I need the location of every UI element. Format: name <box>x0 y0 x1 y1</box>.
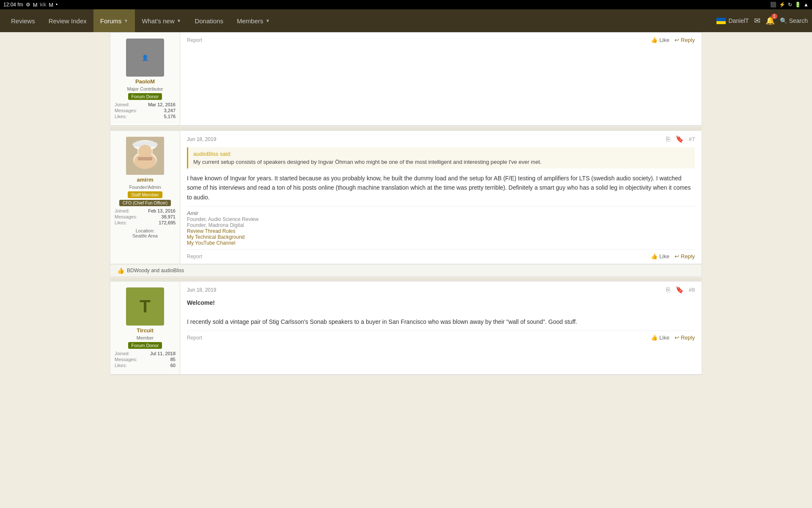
username-tircuit[interactable]: Tircuit <box>137 327 154 334</box>
wifi-icon: ▲ <box>804 2 809 8</box>
meta-paolom: Joined:Mar 12, 2016 Messages:3,247 Likes… <box>115 102 176 119</box>
search-button[interactable]: 🔍 Search <box>780 17 808 24</box>
sig-link-rules[interactable]: Review Thread Rules <box>187 228 695 234</box>
mail-nav-icon[interactable]: ✉ <box>754 16 760 25</box>
main-content: 👤 PaoloM Major Contributor Forum Donor J… <box>110 32 702 375</box>
post-signature-7: Amir Founder, Audio Science Review Found… <box>187 206 695 246</box>
share-icon-7[interactable]: ⎘ <box>666 135 670 143</box>
post-footer-partial: Report 👍 Like ↩ Reply <box>187 37 695 43</box>
sig-line-2: Founder, Madrona Digital <box>187 222 695 228</box>
post-7-wrapper: amirm Founder/Admin Staff Member CFO (Ch… <box>110 131 702 264</box>
post-actions-top-7: ⎘ 🔖 #7 <box>666 135 695 143</box>
quote-author-7[interactable]: audioBliss said: <box>193 151 690 157</box>
status-bar: 12:04 fm ⚙ M kik M • ⬛ ⚡ ↻ 🔋 ▲ <box>0 0 812 9</box>
ukraine-flag-icon <box>716 18 726 24</box>
reply-icon-7: ↩ <box>675 253 679 260</box>
username-amirm[interactable]: amirm <box>137 177 153 183</box>
post-text-7: I have known of Ingvar for years. It sta… <box>187 174 695 202</box>
settings-icon: ⚙ <box>26 2 30 8</box>
nav-reviews[interactable]: Reviews <box>4 9 42 32</box>
kik-icon: kik <box>40 2 47 8</box>
nav-forums[interactable]: Forums ▼ <box>93 9 135 32</box>
report-link-7[interactable]: Report <box>187 254 202 260</box>
post-actions-top-8: ⎘ 🔖 #8 <box>666 286 695 294</box>
avatar-amirm <box>126 137 164 175</box>
report-link-8[interactable]: Report <box>187 335 202 341</box>
share-icon-8[interactable]: ⎘ <box>666 286 670 294</box>
nav-donations[interactable]: Donations <box>188 9 230 32</box>
reactions-row-7: 👍 BDWoody and audioBliss <box>110 264 702 276</box>
username-display: DanielT <box>728 17 749 24</box>
reply-btn-partial[interactable]: ↩ Reply <box>675 37 695 43</box>
nav-user[interactable]: DanielT <box>716 17 749 24</box>
reply-btn-8[interactable]: ↩ Reply <box>675 334 695 341</box>
nav-whats-new[interactable]: What's new ▼ <box>135 9 188 32</box>
nav-right: DanielT ✉ 🔔 1 🔍 Search <box>716 16 808 25</box>
like-icon-7: 👍 <box>651 253 658 260</box>
like-btn-7[interactable]: 👍 Like <box>651 253 669 260</box>
reactions-text-7[interactable]: BDWoody and audioBliss <box>127 268 184 273</box>
nav-items: Reviews Review Index Forums ▼ What's new… <box>4 9 716 32</box>
post-8-section: T Tircuit Member Forum Donor Joined:Jul … <box>110 281 702 375</box>
avatar-amirm-img <box>126 137 164 175</box>
reply-icon-8: ↩ <box>675 334 679 341</box>
reply-icon-partial: ↩ <box>675 37 679 43</box>
avatar-paolom: 👤 <box>126 39 164 77</box>
sig-name-7: Amir <box>187 210 695 216</box>
avatar-letter-tircuit: T <box>140 296 151 317</box>
status-bar-left: 12:04 fm ⚙ M kik M • <box>3 2 58 8</box>
whatsnew-dropdown-icon: ▼ <box>177 18 181 23</box>
badge-cfo-amirm: CFO (Chief Fun Officer) <box>119 200 171 206</box>
badge-staff-amirm: Staff Member <box>128 191 162 198</box>
reply-btn-7[interactable]: ↩ Reply <box>675 253 695 260</box>
like-icon-8: 👍 <box>651 334 658 341</box>
username-paolom[interactable]: PaoloM <box>135 78 155 85</box>
sig-link-tech[interactable]: My Technical Background <box>187 234 695 240</box>
post-body-7: Jun 18, 2019 ⎘ 🔖 #7 audioBliss said: My … <box>180 131 702 264</box>
post-date-7: Jun 18, 2019 <box>187 136 216 142</box>
search-icon: 🔍 <box>780 17 787 24</box>
role-tircuit: Member <box>137 335 154 340</box>
badge-tircuit: Forum Donor <box>128 342 162 349</box>
post-header-8: Jun 18, 2019 ⎘ 🔖 #8 <box>187 286 695 294</box>
role-amirm: Founder/Admin <box>129 185 161 190</box>
meta-amirm: Joined:Feb 13, 2016 Messages:38,971 Like… <box>115 208 176 226</box>
footer-right-7: 👍 Like ↩ Reply <box>651 253 695 260</box>
post-sidebar-7: amirm Founder/Admin Staff Member CFO (Ch… <box>110 131 180 264</box>
role-paolom: Major Contributor <box>127 86 163 91</box>
svg-point-6 <box>134 154 156 169</box>
footer-right-partial: 👍 Like ↩ Reply <box>651 37 695 43</box>
post-8-wrapper: T Tircuit Member Forum Donor Joined:Jul … <box>110 282 702 375</box>
quote-block-7: audioBliss said: My current setup consis… <box>187 147 695 168</box>
notifications-icon[interactable]: 🔔 1 <box>765 16 775 25</box>
badge-paolom: Forum Donor <box>128 93 162 100</box>
post-sidebar-partial: 👤 PaoloM Major Contributor Forum Donor J… <box>110 33 180 125</box>
svg-rect-7 <box>138 157 152 160</box>
nav-review-index[interactable]: Review Index <box>42 9 93 32</box>
report-link-partial[interactable]: Report <box>187 37 202 43</box>
bookmark-icon-8[interactable]: 🔖 <box>675 286 684 294</box>
time-display: 12:04 fm <box>3 2 23 8</box>
forums-dropdown-icon: ▼ <box>124 18 129 23</box>
post-text-8: Welcome! I recently sold a vintage pair … <box>187 298 695 326</box>
like-reaction-icon: 👍 <box>117 267 124 274</box>
nav-members[interactable]: Members ▼ <box>230 9 277 32</box>
battery-icon: 🔋 <box>795 2 801 8</box>
sig-link-youtube[interactable]: My YouTube Channel <box>187 240 695 246</box>
footer-right-8: 👍 Like ↩ Reply <box>651 334 695 341</box>
post-num-8: #8 <box>689 287 695 293</box>
cast-icon: ⬛ <box>770 2 776 8</box>
post-footer-7: Report 👍 Like ↩ Reply <box>187 249 695 260</box>
sig-line-1: Founder, Audio Science Review <box>187 216 695 222</box>
bookmark-icon-7[interactable]: 🔖 <box>675 135 684 143</box>
like-btn-8[interactable]: 👍 Like <box>651 334 669 341</box>
post-sidebar-8: T Tircuit Member Forum Donor Joined:Jul … <box>110 282 180 374</box>
quote-text-7: My current setup consists of speakers de… <box>193 159 690 165</box>
post-date-8: Jun 18, 2019 <box>187 287 216 293</box>
like-btn-partial[interactable]: 👍 Like <box>651 37 669 43</box>
avatar-tircuit: T <box>126 287 164 326</box>
notification-badge: 1 <box>771 14 777 19</box>
post-header-7: Jun 18, 2019 ⎘ 🔖 #7 <box>187 135 695 143</box>
dot-icon: • <box>56 2 58 8</box>
post-num-7: #7 <box>689 136 695 142</box>
